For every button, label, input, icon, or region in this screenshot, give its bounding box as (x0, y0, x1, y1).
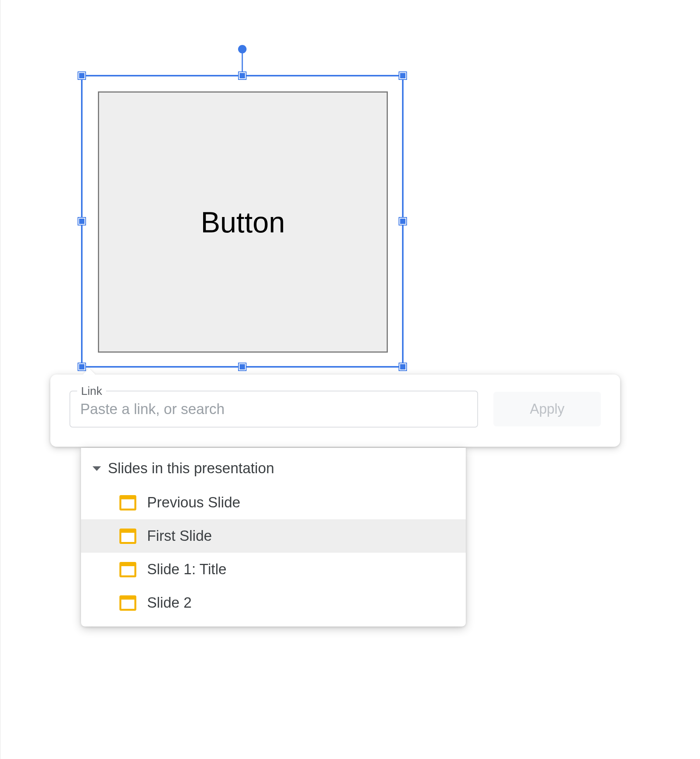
slide-canvas[interactable]: Button Link Apply Slides in this present… (0, 0, 700, 759)
caret-down-icon (93, 466, 101, 471)
slide-item-2[interactable]: Slide 2 (81, 586, 466, 620)
resize-handle-s[interactable] (239, 363, 246, 370)
slide-item-first[interactable]: First Slide (81, 519, 466, 553)
link-popup: Link Apply (50, 375, 620, 447)
resize-handle-ne[interactable] (399, 72, 406, 79)
link-field[interactable]: Link (70, 391, 478, 428)
apply-button[interactable]: Apply (493, 392, 601, 426)
slide-icon (119, 529, 136, 544)
resize-handle-se[interactable] (399, 363, 406, 370)
slide-item-label: Slide 1: Title (147, 561, 227, 578)
slide-icon (119, 495, 136, 510)
slide-item-label: Previous Slide (147, 494, 240, 511)
slide-icon (119, 562, 136, 577)
rotation-handle[interactable] (238, 45, 247, 53)
resize-handle-nw[interactable] (78, 72, 85, 79)
link-label: Link (77, 384, 106, 398)
link-input[interactable] (80, 391, 467, 427)
dropdown-header-label: Slides in this presentation (108, 460, 274, 477)
resize-handle-e[interactable] (399, 218, 406, 225)
resize-handle-n[interactable] (239, 72, 246, 79)
slide-item-label: First Slide (147, 528, 212, 544)
dropdown-header[interactable]: Slides in this presentation (81, 454, 466, 486)
resize-handle-w[interactable] (78, 218, 85, 225)
slide-dropdown: Slides in this presentation Previous Sli… (81, 448, 466, 626)
shape-button[interactable]: Button (98, 91, 388, 353)
selection-box[interactable]: Button (81, 75, 404, 368)
slide-icon (119, 595, 136, 611)
slide-item-1[interactable]: Slide 1: Title (81, 553, 466, 586)
slide-item-previous[interactable]: Previous Slide (81, 486, 466, 519)
slide-item-label: Slide 2 (147, 595, 192, 611)
shape-text: Button (201, 205, 285, 239)
